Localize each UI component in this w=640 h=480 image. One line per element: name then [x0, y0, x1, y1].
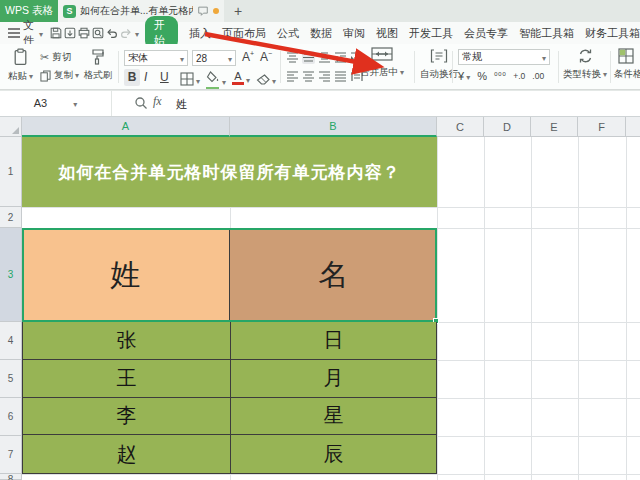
paint-bucket-icon [206, 69, 220, 90]
conditional-format-button[interactable]: 条件格.. [614, 48, 640, 81]
type-convert-button[interactable]: 类型转换 [562, 48, 608, 81]
tab-insert[interactable]: 插入 [189, 26, 211, 41]
chevron-down-icon [244, 69, 250, 87]
row-header-2[interactable]: 2 [0, 207, 22, 228]
bold-button[interactable]: B [124, 69, 140, 86]
cell-a1-title[interactable]: 如何在合并单元格时保留所有单元格内容？ [22, 137, 437, 207]
undo-button[interactable] [105, 25, 119, 42]
tab-view[interactable]: 视图 [376, 26, 398, 41]
fx-button[interactable]: fx [153, 94, 162, 109]
spreadsheet-grid: A B C D E F 1 2 3 4 5 6 7 8 如何在合并单元格时保留所… [0, 117, 640, 480]
align-left-icon[interactable] [286, 70, 299, 83]
align-justify-icon[interactable] [334, 70, 347, 83]
column-header-a[interactable]: A [22, 117, 230, 137]
font-size-select[interactable]: 28 [192, 50, 236, 66]
redo-button[interactable] [119, 25, 133, 42]
cell-a3-active[interactable]: 姓 [22, 228, 230, 322]
conditional-format-icon [618, 48, 634, 64]
search-icon[interactable] [134, 96, 148, 110]
font-color-button[interactable]: A [232, 69, 250, 87]
tab-member[interactable]: 会员专享 [464, 26, 508, 41]
type-convert-label: 类型转换 [562, 68, 608, 81]
row-header-1[interactable]: 1 [0, 137, 22, 207]
font-name-select[interactable]: 宋体 [124, 50, 188, 66]
column-header-c[interactable]: C [437, 117, 484, 137]
tab-formulas[interactable]: 公式 [277, 26, 299, 41]
align-center-icon[interactable] [302, 70, 315, 83]
cell-a5[interactable]: 王 [23, 360, 231, 398]
currency-format-button[interactable]: ¥ [458, 70, 470, 82]
thousands-separator-button[interactable]: ⁰⁰⁰ [494, 71, 506, 81]
tab-finance-toolbox[interactable]: 财务工具箱 [585, 26, 640, 41]
cell-b3[interactable]: 名 [230, 228, 437, 322]
align-right-icon[interactable] [318, 70, 331, 83]
cut-button[interactable]: ✂ 剪切 [40, 51, 71, 64]
scissors-icon: ✂ [40, 51, 49, 64]
align-bottom-icon[interactable] [318, 51, 331, 64]
new-tab-button[interactable]: + [228, 0, 248, 22]
tab-smart-toolbox[interactable]: 智能工具箱 [519, 26, 574, 41]
clipboard-icon [12, 48, 29, 66]
export-button[interactable] [63, 25, 77, 42]
cell-b4[interactable]: 日 [231, 322, 436, 360]
format-painter-button[interactable]: 格式刷 [82, 48, 114, 82]
tab-page-layout[interactable]: 页面布局 [222, 26, 266, 41]
cell-a6[interactable]: 李 [23, 398, 231, 436]
decrease-font-button[interactable]: A− [260, 50, 272, 64]
increase-font-button[interactable]: A+ [242, 50, 254, 64]
tab-data[interactable]: 数据 [310, 26, 332, 41]
name-box[interactable]: A3 [0, 90, 112, 116]
chevron-down-icon [71, 97, 77, 109]
formula-input[interactable]: 姓 [176, 97, 187, 112]
chevron-down-icon [194, 70, 200, 88]
borders-button[interactable] [180, 70, 200, 88]
document-tab[interactable]: S 如何在合并单...有单元格内容 [58, 0, 224, 22]
cell-b6[interactable]: 星 [231, 398, 436, 436]
column-header-e[interactable]: E [531, 117, 578, 137]
select-all-corner[interactable] [0, 117, 22, 137]
row-header-6[interactable]: 6 [0, 398, 22, 436]
tab-review[interactable]: 审阅 [343, 26, 365, 41]
increase-decimal-button[interactable]: +.0 [513, 71, 525, 81]
cell-b7[interactable]: 辰 [231, 435, 436, 473]
cell-a7[interactable]: 赵 [23, 435, 231, 473]
align-top-icon[interactable] [286, 51, 299, 64]
print-preview-button[interactable] [91, 25, 105, 42]
cut-label: 剪切 [52, 51, 71, 64]
chevron-down-icon [37, 27, 43, 39]
name-box-value: A3 [34, 97, 47, 109]
cell-b5[interactable]: 月 [231, 360, 436, 398]
status-dot [213, 8, 219, 14]
clear-format-button[interactable] [256, 70, 276, 88]
align-middle-icon[interactable] [302, 51, 315, 64]
italic-button[interactable]: I [144, 69, 147, 86]
row-header-4[interactable]: 4 [0, 322, 22, 360]
decrease-decimal-button[interactable]: .00 [532, 71, 544, 81]
save-button[interactable] [49, 25, 63, 42]
wrap-text-button[interactable]: 自动换行 [418, 48, 460, 81]
quick-access-more-icon[interactable] [133, 27, 139, 39]
print-button[interactable] [77, 25, 91, 42]
tab-developer[interactable]: 开发工具 [409, 26, 453, 41]
column-header-d[interactable]: D [484, 117, 531, 137]
row-header-5[interactable]: 5 [0, 360, 22, 398]
column-header-f[interactable]: F [578, 117, 626, 137]
fill-color-button[interactable] [206, 69, 226, 90]
underline-button[interactable]: U [160, 69, 169, 86]
paste-button[interactable]: 粘贴 [8, 48, 32, 83]
font-size-value: 28 [196, 53, 207, 64]
row-header-3[interactable]: 3 [0, 228, 22, 322]
row-header-8[interactable]: 8 [0, 474, 22, 480]
borders-grid-icon [180, 72, 194, 86]
row-header-7[interactable]: 7 [0, 436, 22, 474]
merge-center-button[interactable]: 合并居中 [352, 46, 412, 79]
copy-button[interactable]: 复制 [40, 69, 79, 82]
cell-a4[interactable]: 张 [23, 322, 231, 360]
column-header-b[interactable]: B [230, 117, 437, 137]
chevron-down-icon [220, 71, 226, 89]
decrease-indent-icon[interactable] [334, 51, 347, 64]
comment-bubble-icon [197, 5, 209, 17]
merge-cells-icon [371, 46, 393, 62]
number-format-select[interactable]: 常规 [458, 49, 550, 65]
percent-format-button[interactable]: % [477, 70, 487, 82]
